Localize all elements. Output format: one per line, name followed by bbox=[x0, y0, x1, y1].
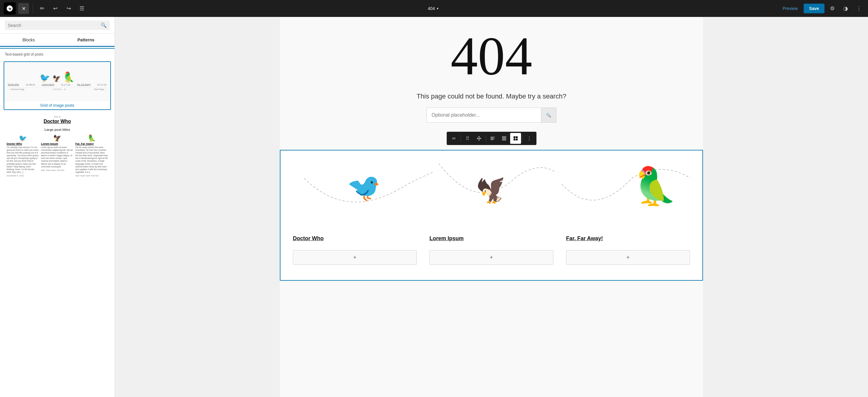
bird-icon-2: 🦅 bbox=[53, 75, 61, 82]
col1-date: December 8, 2021 bbox=[7, 175, 39, 177]
section-label-text-grid: Text-based grid of posts bbox=[0, 48, 115, 59]
post3-add-button[interactable]: + bbox=[566, 250, 690, 265]
toolbar-infinity-button[interactable]: ∞ bbox=[448, 133, 459, 144]
list-view-button[interactable]: ☰ bbox=[76, 3, 87, 14]
large-post-body: 🐦 Doctor Who I'm nobody's taxi service; … bbox=[7, 134, 108, 177]
page-name-label: 404 bbox=[428, 6, 435, 11]
preview-pagination: ← Previous Page 1 2 3 4 5 … 8 Next Page … bbox=[7, 87, 108, 91]
sidebar: 🔍 Blocks Patterns Text-based grid of pos… bbox=[0, 17, 115, 397]
posts-section: 🐦 🦅 🦜 Doctor Who + Lorem Ipsum bbox=[280, 150, 703, 281]
pattern-preview-large-post: Dec 8 Doctor Who Large post titles 🐦 Doc… bbox=[4, 113, 110, 179]
post-cell-2: Lorem Ipsum + bbox=[423, 229, 560, 271]
preview-meta-date1: 12.08.21 bbox=[26, 84, 35, 86]
top-bar-right: Preview Save ⚙ ◑ ⋮ bbox=[779, 3, 865, 14]
toolbar-move-button[interactable] bbox=[473, 133, 485, 144]
toolbar-grid-button[interactable] bbox=[510, 133, 521, 144]
toolbar-sep-1 bbox=[461, 135, 461, 142]
search-bar-input[interactable] bbox=[427, 107, 541, 123]
save-button[interactable]: Save bbox=[804, 4, 825, 13]
post2-add-button[interactable]: + bbox=[430, 250, 553, 265]
post2-title[interactable]: Lorem Ipsum bbox=[430, 235, 553, 242]
next-page-label: Next Page → bbox=[94, 88, 107, 90]
col3-link: Add "read more" link text bbox=[75, 175, 108, 177]
block-toolbar: ∞ ⠿ bbox=[447, 132, 536, 145]
404-heading: 404 bbox=[280, 17, 703, 90]
sidebar-search-area: 🔍 bbox=[0, 17, 115, 34]
post1-add-button[interactable]: + bbox=[293, 250, 417, 265]
bird-icon-1: 🐦 bbox=[39, 74, 50, 82]
col2-text: Lorem ipsum dolor sit amet, consectetur … bbox=[41, 146, 74, 168]
toolbar-more-button[interactable]: ⋮ bbox=[524, 133, 535, 144]
large-post-title: Doctor Who bbox=[43, 119, 71, 124]
pattern-card-large-post[interactable]: Dec 8 Doctor Who Large post titles 🐦 Doc… bbox=[4, 112, 111, 180]
grid-image-label[interactable]: Grid of image posts bbox=[4, 101, 110, 109]
undo-button[interactable]: ↩ bbox=[50, 3, 61, 14]
search-submit-button[interactable]: 🔍 bbox=[101, 22, 107, 28]
post-cell-3: Far, Far Away! + bbox=[560, 229, 696, 271]
search-input[interactable] bbox=[8, 23, 98, 28]
search-bar-button[interactable]: 🔍 bbox=[541, 107, 556, 123]
large-post-subtitle: Large post titles bbox=[44, 128, 70, 131]
post1-title[interactable]: Doctor Who bbox=[293, 235, 417, 242]
toolbar-sep-3 bbox=[522, 135, 523, 142]
large-post-col1: 🐦 Doctor Who I'm nobody's taxi service; … bbox=[7, 134, 39, 177]
pattern-preview-grid: 🐦 🦅 🦜 Doctor Who 12.08.21 Lorem Ipsum 11… bbox=[4, 62, 110, 101]
col3-text: Far far away, behind the word mountains,… bbox=[75, 146, 108, 173]
settings-button[interactable]: ⚙ bbox=[827, 3, 838, 14]
preview-button[interactable]: Preview bbox=[779, 4, 802, 13]
page-numbers: 1 2 3 4 5 … 8 bbox=[53, 88, 66, 90]
toolbar-justify-button[interactable] bbox=[499, 133, 509, 144]
toolbar-drag-button[interactable]: ⠿ bbox=[462, 133, 473, 144]
search-bar-icon: 🔍 bbox=[546, 113, 551, 118]
trajectory-illustration: 🐦 🦅 🦜 bbox=[286, 160, 696, 226]
sidebar-tabs: Blocks Patterns bbox=[0, 34, 115, 47]
pattern-card-grid-image[interactable]: 🐦 🦅 🦜 Doctor Who 12.08.21 Lorem Ipsum 11… bbox=[4, 61, 111, 110]
col3-title: Far, Far Away! bbox=[75, 142, 108, 145]
sidebar-content: Text-based grid of posts 🐦 🦅 🦜 Doctor Wh… bbox=[0, 47, 115, 397]
edit-icon-button[interactable]: ✏ bbox=[37, 3, 48, 14]
not-found-message: This page could not be found. Maybe try … bbox=[280, 90, 703, 107]
preview-meta-col3: Far, Far Away! bbox=[77, 84, 91, 86]
editor-content: 404 This page could not be found. Maybe … bbox=[280, 17, 703, 397]
posts-grid: Doctor Who + Lorem Ipsum + Far, Far Away… bbox=[286, 229, 696, 271]
post-cell-1: Doctor Who + bbox=[286, 229, 423, 271]
search-bar-area: 🔍 bbox=[280, 107, 703, 132]
search-wrap: 🔍 bbox=[5, 21, 110, 30]
bird-illustration-3: 🦜 bbox=[631, 164, 680, 210]
top-bar-center: 404 ▾ bbox=[90, 4, 777, 13]
redo-button[interactable]: ↪ bbox=[63, 3, 74, 14]
preview-meta-date3: 11.17.21 bbox=[97, 84, 107, 86]
preview-bird-row: 🐦 🦅 🦜 bbox=[7, 72, 108, 82]
col1-bird: 🐦 bbox=[7, 134, 39, 142]
top-bar: ✕ ✏ ↩ ↪ ☰ 404 ▾ Preview Save ⚙ ◑ ⋮ bbox=[0, 0, 868, 17]
wp-logo[interactable] bbox=[4, 2, 16, 14]
post3-title[interactable]: Far, Far Away! bbox=[566, 235, 690, 242]
bird-illustration-1: 🐦 bbox=[347, 172, 381, 203]
prev-page-label: ← Previous Page bbox=[8, 88, 24, 90]
large-post-col2: 🦅 Lorem Ipsum Lorem ipsum dolor sit amet… bbox=[41, 134, 74, 177]
col2-bird: 🦅 bbox=[41, 134, 74, 142]
bird-icon-3: 🦜 bbox=[62, 71, 76, 83]
main-layout: 🔍 Blocks Patterns Text-based grid of pos… bbox=[0, 17, 868, 397]
tab-patterns[interactable]: Patterns bbox=[57, 34, 115, 46]
col2-link: Add "read more" link text bbox=[41, 169, 74, 171]
page-name-button[interactable]: 404 ▾ bbox=[424, 4, 442, 13]
preview-meta-date2: 11.17.21 bbox=[61, 84, 70, 86]
col1-text: I'm nobody's taxi service; I'm not gonna… bbox=[7, 146, 39, 173]
close-button[interactable]: ✕ bbox=[18, 3, 29, 14]
col2-title: Lorem Ipsum bbox=[41, 142, 74, 145]
col3-bird: 🦜 bbox=[75, 134, 108, 142]
chevron-down-icon: ▾ bbox=[437, 7, 438, 10]
preview-meta-col2: Lorem Ipsum bbox=[42, 84, 54, 86]
large-post-col3: 🦜 Far, Far Away! Far far away, behind th… bbox=[75, 134, 108, 177]
more-options-button[interactable]: ⋮ bbox=[854, 3, 864, 14]
theme-toggle-button[interactable]: ◑ bbox=[840, 3, 851, 14]
col1-title: Doctor Who bbox=[7, 142, 39, 145]
editor-area: 404 This page could not be found. Maybe … bbox=[115, 17, 868, 397]
toolbar-align-button[interactable] bbox=[487, 133, 498, 144]
preview-meta-row: Doctor Who 12.08.21 Lorem Ipsum 11.17.21… bbox=[7, 82, 108, 86]
tab-blocks[interactable]: Blocks bbox=[0, 34, 57, 46]
large-post-date: Dec 8 bbox=[54, 115, 60, 118]
preview-meta-col1: Doctor Who bbox=[8, 84, 19, 86]
toolbar-sep-2 bbox=[486, 135, 486, 142]
